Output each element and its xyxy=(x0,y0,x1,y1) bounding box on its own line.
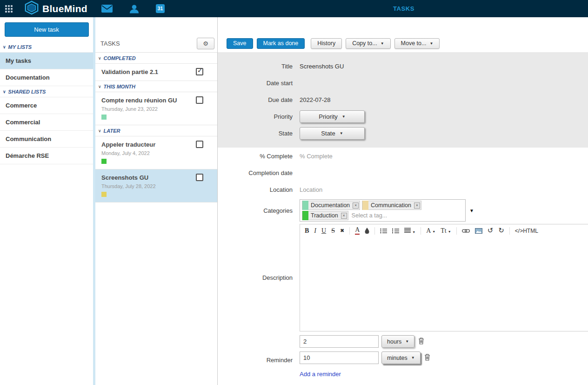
gear-icon[interactable]: ⚙ xyxy=(197,38,214,49)
delete-reminder-icon[interactable] xyxy=(417,338,425,346)
toolbar-separator xyxy=(421,227,421,235)
unordered-list-icon[interactable] xyxy=(380,228,387,234)
task-checkbox[interactable] xyxy=(196,174,203,181)
categories-label: Categories xyxy=(218,207,293,214)
caret-down-icon: ▼ xyxy=(342,115,346,119)
sidebar-item-commerce[interactable]: Commerce xyxy=(0,97,93,114)
align-justify-icon[interactable]: ▼ xyxy=(404,228,415,234)
bold-icon[interactable]: B xyxy=(305,228,309,234)
remove-tag-icon[interactable]: × xyxy=(341,213,347,219)
task-row-screenshots-gu[interactable]: Screenshots GU Thursday, July 28, 2022 xyxy=(95,169,217,203)
date-start-label: Date start xyxy=(218,80,293,87)
toolbar-separator xyxy=(456,227,457,235)
state-dropdown[interactable]: State ▼ xyxy=(300,127,365,140)
reminder-value-input[interactable] xyxy=(300,351,379,364)
state-dropdown-label: State xyxy=(321,130,335,137)
save-button[interactable]: Save xyxy=(227,38,253,49)
location-label: Location xyxy=(218,186,293,193)
bluemind-logo[interactable]: BlueMind xyxy=(24,0,87,17)
task-row-appeler-traducteur[interactable]: Appeler traducteur Monday, July 4, 2022 xyxy=(95,136,217,169)
highlight-color-icon[interactable] xyxy=(365,228,369,234)
sidebar-item-my-tasks[interactable]: My tasks xyxy=(0,53,93,69)
caret-down-icon: ▼ xyxy=(429,41,433,46)
sidebar-section-shared-lists[interactable]: ∨ SHARED LISTS xyxy=(0,86,93,97)
caret-down-icon: ▼ xyxy=(448,230,451,234)
apps-grid-icon[interactable] xyxy=(5,5,13,13)
date-start-input[interactable] xyxy=(300,80,430,87)
completion-date-input[interactable] xyxy=(300,169,430,176)
sidebar-section-my-lists[interactable]: ∨ MY LISTS xyxy=(0,41,93,53)
toolbar-separator xyxy=(349,227,350,235)
font-family-icon[interactable]: A ▼ xyxy=(426,228,435,234)
due-date-input[interactable] xyxy=(300,96,430,103)
tag-traduction: Traduction × xyxy=(302,211,348,220)
text-color-icon[interactable]: A xyxy=(355,227,360,235)
remove-tag-icon[interactable]: × xyxy=(353,203,359,209)
history-button[interactable]: History xyxy=(311,38,342,49)
calendar-app-icon[interactable]: 31 xyxy=(156,4,165,13)
group-header-later[interactable]: ∨ LATER xyxy=(95,125,217,136)
task-checkbox[interactable] xyxy=(196,68,203,75)
insert-link-icon[interactable] xyxy=(462,229,470,233)
caret-down-icon: ▼ xyxy=(412,231,415,234)
task-row-compte-rendu[interactable]: Compte rendu réunion GU Thursday, June 2… xyxy=(95,92,217,125)
sidebar-item-documentation[interactable]: Documentation xyxy=(0,69,93,86)
remove-tag-icon[interactable]: × xyxy=(414,203,420,209)
tag-search-input[interactable] xyxy=(352,212,403,219)
active-app-label: TASKS xyxy=(393,5,414,12)
editor-toolbar: B I U S ✖ A xyxy=(300,224,588,237)
strikethrough-icon[interactable]: S xyxy=(331,228,335,234)
tag-color-chip xyxy=(302,211,308,220)
chevron-down-icon: ∨ xyxy=(98,128,101,133)
copy-to-button[interactable]: Copy to... ▼ xyxy=(346,38,390,49)
sidebar-item-commercial[interactable]: Commercial xyxy=(0,114,93,131)
redo-icon[interactable]: ↻ xyxy=(498,227,504,234)
percent-complete-input[interactable] xyxy=(300,153,430,160)
location-input[interactable] xyxy=(300,186,430,193)
toolbar-separator xyxy=(374,227,375,235)
priority-dropdown[interactable]: Priority ▼ xyxy=(300,110,365,123)
underline-icon[interactable]: U xyxy=(321,228,326,234)
topbar: BlueMind 31 TASKS xyxy=(0,0,588,17)
title-input[interactable] xyxy=(300,63,430,70)
sidebar-item-demarche-rse[interactable]: Démarche RSE xyxy=(0,148,93,164)
add-reminder-link[interactable]: Add a reminder xyxy=(300,371,341,378)
new-task-button[interactable]: New task xyxy=(5,22,89,37)
insert-image-icon[interactable] xyxy=(475,228,482,234)
categories-box[interactable]: Documentation × Communication × Traducti… xyxy=(300,199,466,222)
task-title: Appeler traducteur xyxy=(101,141,197,148)
description-input[interactable] xyxy=(300,237,588,331)
task-checkbox[interactable] xyxy=(196,96,203,104)
tag-documentation: Documentation × xyxy=(302,201,360,210)
tag-color-chip xyxy=(362,201,368,210)
move-to-button[interactable]: Move to... ▼ xyxy=(394,38,440,49)
caret-down-icon: ▼ xyxy=(411,356,415,360)
task-date: Thursday, June 23, 2022 xyxy=(101,106,197,112)
reminder-unit-dropdown[interactable]: minutes ▼ xyxy=(381,351,421,364)
mail-app-icon[interactable] xyxy=(101,5,113,13)
font-size-icon[interactable]: Tt ▼ xyxy=(441,228,451,234)
task-detail-panel: Save Mark as done History Copy to... ▼ M… xyxy=(218,17,588,385)
task-checkbox[interactable] xyxy=(196,141,203,148)
remove-format-icon[interactable]: ✖ xyxy=(340,228,344,233)
italic-icon[interactable]: I xyxy=(314,228,316,234)
title-label: Title xyxy=(218,63,293,70)
tag-communication: Communication × xyxy=(362,201,421,210)
group-header-completed[interactable]: ∨ COMPLETED xyxy=(95,53,217,64)
undo-icon[interactable]: ↺ xyxy=(488,227,494,234)
reminder-value-input[interactable] xyxy=(300,335,379,348)
due-date-label: Due date xyxy=(218,96,293,103)
group-header-this-month[interactable]: ∨ THIS MONTH xyxy=(95,81,217,92)
percent-complete-label: % Complete xyxy=(218,153,293,160)
caret-down-icon: ▼ xyxy=(405,339,409,344)
ordered-list-icon[interactable] xyxy=(392,228,399,234)
contacts-app-icon[interactable] xyxy=(129,4,139,14)
task-row-validation-partie[interactable]: Validation partie 2.1 xyxy=(95,64,217,81)
sidebar-item-communication[interactable]: Communication xyxy=(0,131,93,148)
delete-reminder-icon[interactable] xyxy=(423,354,431,362)
html-source-button[interactable]: </>HTML xyxy=(515,228,538,234)
mark-as-done-button[interactable]: Mark as done xyxy=(257,38,305,49)
categories-caret-down-icon[interactable]: ▼ xyxy=(469,208,474,213)
task-list-title: TASKS xyxy=(100,40,120,47)
reminder-unit-dropdown[interactable]: hours ▼ xyxy=(381,335,414,348)
